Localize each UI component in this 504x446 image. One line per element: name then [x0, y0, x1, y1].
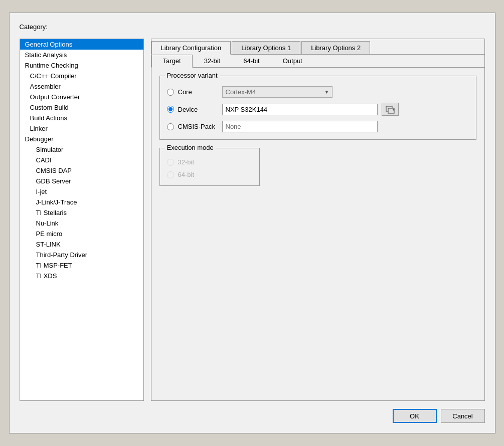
browse-icon [386, 105, 395, 114]
sidebar-item[interactable]: TI XDS [20, 271, 143, 281]
ok-button[interactable]: OK [393, 409, 437, 423]
sidebar-item[interactable]: Custom Build [20, 102, 143, 113]
sidebar-item[interactable]: CADI [20, 155, 143, 165]
sidebar-item[interactable]: Build Actions [20, 113, 143, 123]
sidebar: General OptionsStatic AnalysisRuntime Ch… [20, 39, 144, 401]
tab-row2[interactable]: 64-bit [232, 55, 271, 67]
exec-32bit-row: 32-bit [167, 158, 252, 166]
tabs-row-2: Target32-bit64-bitOutput [151, 55, 484, 68]
sidebar-item[interactable]: Debugger [20, 134, 143, 144]
device-row: Device [167, 103, 469, 116]
execution-mode-group: Execution mode 32-bit 64-bit [159, 148, 260, 186]
core-row: Core Cortex-M4 ▼ [167, 86, 469, 98]
sidebar-item[interactable]: I-jet [20, 186, 143, 197]
sidebar-item[interactable]: Third-Party Driver [20, 250, 143, 260]
sidebar-item[interactable]: General Options [20, 39, 143, 50]
cmsis-radio[interactable] [167, 123, 174, 130]
sidebar-item[interactable]: PE micro [20, 229, 143, 239]
tab-row1[interactable]: Library Options 2 [301, 41, 370, 54]
core-dropdown-wrapper: Cortex-M4 ▼ [222, 86, 332, 98]
execution-mode-title: Execution mode [165, 144, 216, 151]
exec-32bit-radio [167, 159, 174, 166]
processor-variant-title: Processor variant [165, 72, 220, 79]
main-area: General OptionsStatic AnalysisRuntime Ch… [20, 39, 485, 401]
sidebar-item[interactable]: Runtime Checking [20, 60, 143, 71]
sidebar-item[interactable]: Assembler [20, 81, 143, 92]
exec-64bit-radio [167, 171, 174, 178]
sidebar-item[interactable]: TI MSP-FET [20, 260, 143, 271]
browse-button[interactable] [382, 103, 399, 116]
core-radio[interactable] [167, 89, 174, 96]
device-input[interactable] [222, 104, 378, 115]
tab-row1[interactable]: Library Configuration [151, 41, 231, 55]
device-label: Device [178, 106, 218, 113]
sidebar-item[interactable]: GDB Server [20, 176, 143, 186]
tab-row2[interactable]: Output [271, 55, 314, 67]
processor-variant-group: Processor variant Core Cortex-M4 ▼ [159, 76, 476, 140]
cmsis-row: CMSIS-Pack [167, 121, 469, 132]
sidebar-item[interactable]: ST-LINK [20, 239, 143, 250]
tab-row2[interactable]: 32-bit [193, 55, 232, 67]
sidebar-item[interactable]: C/C++ Compiler [20, 71, 143, 81]
cmsis-input[interactable] [222, 121, 378, 132]
tabs-row-1: Library ConfigurationLibrary Options 1Li… [151, 39, 484, 55]
sidebar-item[interactable]: TI Stellaris [20, 207, 143, 218]
cancel-button[interactable]: Cancel [441, 409, 485, 423]
sidebar-item[interactable]: J-Link/J-Trace [20, 197, 143, 207]
core-dropdown[interactable]: Cortex-M4 [222, 86, 332, 98]
content-panel: Library ConfigurationLibrary Options 1Li… [151, 39, 485, 401]
core-label: Core [178, 88, 218, 96]
device-radio[interactable] [167, 106, 174, 113]
exec-64bit-label: 64-bit [178, 171, 195, 178]
exec-32bit-label: 32-bit [178, 158, 195, 166]
sidebar-item[interactable]: Nu-Link [20, 218, 143, 229]
dialog: Category: General OptionsStatic Analysis… [9, 13, 495, 433]
sidebar-item[interactable]: Output Converter [20, 92, 143, 102]
tab-row1[interactable]: Library Options 1 [232, 41, 300, 54]
content-body: Processor variant Core Cortex-M4 ▼ [151, 68, 484, 400]
sidebar-item[interactable]: Simulator [20, 144, 143, 155]
sidebar-item[interactable]: CMSIS DAP [20, 165, 143, 176]
category-label: Category: [20, 23, 485, 31]
sidebar-item[interactable]: Linker [20, 123, 143, 134]
sidebar-item[interactable]: Static Analysis [20, 50, 143, 60]
tab-row2[interactable]: Target [151, 55, 193, 68]
footer: OK Cancel [20, 407, 485, 423]
cmsis-label: CMSIS-Pack [178, 123, 218, 130]
exec-64bit-row: 64-bit [167, 171, 252, 178]
